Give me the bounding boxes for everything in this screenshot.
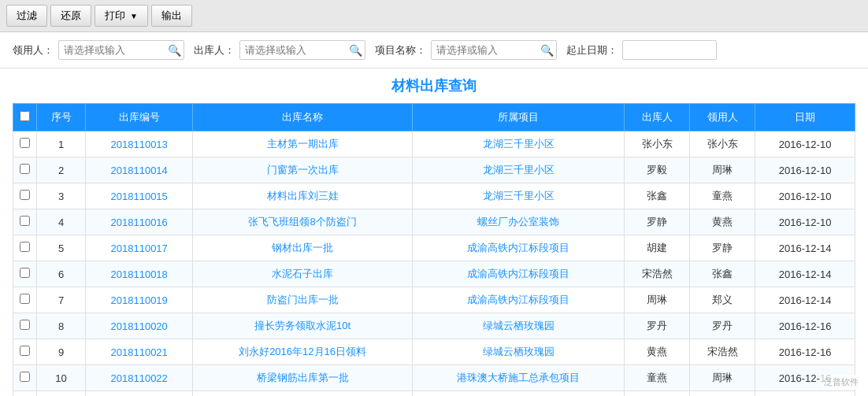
row-checkbox[interactable] [20, 190, 30, 200]
watermark-brand: 泛普软件 [824, 377, 859, 387]
row-issuer: 童燕 [625, 365, 690, 391]
row-checkbox-cell [13, 391, 37, 397]
issuer-input[interactable] [239, 40, 365, 60]
receiver-input[interactable] [58, 40, 184, 60]
row-date: 2016-12-16 [755, 391, 855, 397]
row-project[interactable]: 港珠澳大桥施工总承包项目 [412, 391, 624, 397]
row-name[interactable]: 钢材出库一批 [193, 235, 413, 261]
row-name[interactable]: 桥梁钢筋出库第一批 [193, 365, 413, 391]
col-header-id: 序号 [37, 104, 86, 131]
row-project[interactable]: 成渝高铁内江标段项目 [412, 235, 624, 261]
issuer-filter-group: 出库人： 🔍 [194, 40, 365, 60]
row-name[interactable]: 撞长劳务领取水泥10t [193, 313, 413, 339]
row-project[interactable]: 龙湖三千里小区 [412, 157, 624, 183]
row-project[interactable]: 成渝高铁内江标段项目 [412, 287, 624, 313]
row-code[interactable]: 2018110022 [86, 365, 193, 391]
row-name[interactable]: 水泥石子出库 [193, 261, 413, 287]
row-name[interactable]: 防盗门出库一批 [193, 287, 413, 313]
row-name[interactable]: 材料出库刘三娃 [193, 183, 413, 209]
row-date: 2016-12-16 [755, 313, 855, 339]
row-receiver: 张小东 [690, 131, 755, 157]
row-date: 2016-12-14 [755, 287, 855, 313]
date-filter-group: 起止日期： [566, 40, 717, 60]
row-receiver: 薛宝峰 [690, 391, 755, 397]
row-date: 2016-12-10 [755, 209, 855, 235]
row-date: 2016-12-16 [755, 339, 855, 365]
table-row: 12018110013主材第一期出库龙湖三千里小区张小东张小东2016-12-1… [13, 131, 855, 157]
row-code[interactable]: 2018110018 [86, 261, 193, 287]
row-checkbox-cell [13, 131, 37, 157]
row-name[interactable]: 张飞飞班组领8个防盗门 [193, 209, 413, 235]
project-input[interactable] [431, 40, 557, 60]
select-all-checkbox[interactable] [20, 111, 30, 121]
row-checkbox[interactable] [20, 268, 30, 278]
row-checkbox-cell [13, 157, 37, 183]
row-checkbox-cell [13, 339, 37, 365]
row-id: 11 [37, 391, 86, 397]
row-checkbox[interactable] [20, 216, 30, 226]
row-name[interactable]: 刘永好2016年12月16日领料 [193, 339, 413, 365]
row-code[interactable]: 2018110017 [86, 235, 193, 261]
row-checkbox-cell [13, 209, 37, 235]
receiver-filter-group: 领用人： 🔍 [13, 40, 184, 60]
date-input[interactable] [622, 40, 717, 60]
row-code[interactable]: 2018110023 [86, 391, 193, 397]
row-receiver: 黄燕 [690, 209, 755, 235]
row-receiver: 周琳 [690, 365, 755, 391]
issuer-label: 出库人： [194, 43, 235, 57]
row-project[interactable]: 绿城云栖玫瑰园 [412, 339, 624, 365]
row-name[interactable]: 门窗第一次出库 [193, 157, 413, 183]
row-checkbox-cell [13, 261, 37, 287]
col-header-issuer: 出库人 [625, 104, 690, 131]
row-checkbox[interactable] [20, 242, 30, 252]
row-code[interactable]: 2018110014 [86, 157, 193, 183]
row-date: 2016-12-14 [755, 261, 855, 287]
row-project[interactable]: 龙湖三千里小区 [412, 131, 624, 157]
row-id: 6 [37, 261, 86, 287]
row-checkbox[interactable] [20, 372, 30, 382]
print-button[interactable]: 打印 ▼ [95, 5, 148, 27]
row-issuer: 罗静 [625, 209, 690, 235]
row-id: 7 [37, 287, 86, 313]
row-checkbox[interactable] [20, 294, 30, 304]
row-checkbox-cell [13, 183, 37, 209]
receiver-label: 领用人： [13, 43, 54, 57]
row-id: 1 [37, 131, 86, 157]
row-checkbox-cell [13, 287, 37, 313]
row-checkbox[interactable] [20, 138, 30, 148]
row-code[interactable]: 2018110021 [86, 339, 193, 365]
row-checkbox[interactable] [20, 164, 30, 174]
row-name[interactable]: 桥墩河沙出库 [193, 391, 413, 397]
row-project[interactable]: 螺丝厂办公室装饰 [412, 209, 624, 235]
row-checkbox[interactable] [20, 346, 30, 356]
row-issuer: 黄燕 [625, 339, 690, 365]
section-title: 材料出库查询 [13, 76, 855, 95]
row-id: 3 [37, 183, 86, 209]
row-date: 2016-12-10 [755, 131, 855, 157]
receiver-search-icon[interactable]: 🔍 [168, 44, 181, 57]
row-code[interactable]: 2018110019 [86, 287, 193, 313]
row-checkbox-cell [13, 365, 37, 391]
project-search-icon[interactable]: 🔍 [540, 44, 554, 57]
row-project[interactable]: 港珠澳大桥施工总承包项目 [412, 365, 624, 391]
table-row: 72018110019防盗门出库一批成渝高铁内江标段项目周琳郑义2016-12-… [13, 287, 855, 313]
print-dropdown: 打印 ▼ [95, 5, 148, 27]
row-code[interactable]: 2018110015 [86, 183, 193, 209]
row-name[interactable]: 主材第一期出库 [193, 131, 413, 157]
row-project[interactable]: 绿城云栖玫瑰园 [412, 313, 624, 339]
reset-button[interactable]: 还原 [50, 5, 91, 27]
row-issuer: 薛宝峰 [625, 391, 690, 397]
row-checkbox[interactable] [20, 320, 30, 330]
row-code[interactable]: 2018110020 [86, 313, 193, 339]
export-button[interactable]: 输出 [151, 5, 192, 27]
row-receiver: 罗静 [690, 235, 755, 261]
row-code[interactable]: 2018110013 [86, 131, 193, 157]
toolbar: 过滤 还原 打印 ▼ 输出 [0, 0, 868, 32]
issuer-search-icon[interactable]: 🔍 [349, 44, 362, 57]
row-project[interactable]: 成渝高铁内江标段项目 [412, 261, 624, 287]
row-issuer: 罗毅 [625, 157, 690, 183]
row-project[interactable]: 龙湖三千里小区 [412, 183, 624, 209]
row-code[interactable]: 2018110016 [86, 209, 193, 235]
row-issuer: 罗丹 [625, 313, 690, 339]
filter-button[interactable]: 过滤 [6, 5, 47, 27]
